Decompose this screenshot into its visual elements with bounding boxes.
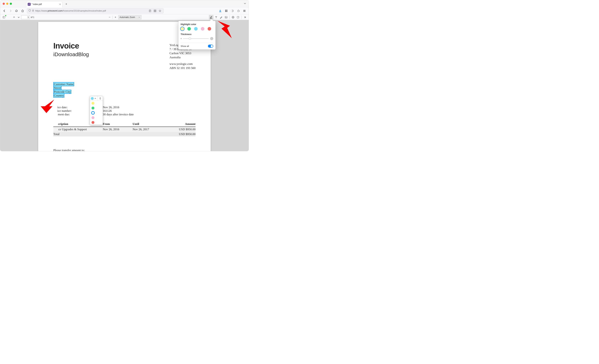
swatch-blue[interactable] xyxy=(194,27,198,31)
maximize-window-button[interactable] xyxy=(10,3,12,5)
lock-icon[interactable] xyxy=(32,9,34,12)
save-button[interactable] xyxy=(236,15,240,19)
pocket-button[interactable] xyxy=(230,8,235,13)
account-button[interactable] xyxy=(224,8,229,13)
prev-page-button[interactable] xyxy=(12,15,16,19)
thickness-max-icon xyxy=(210,37,213,40)
svg-rect-5 xyxy=(155,11,156,12)
extensions-button[interactable] xyxy=(236,8,241,13)
swatch-green[interactable] xyxy=(187,27,191,31)
color-option-red[interactable] xyxy=(90,120,103,125)
new-tab-button[interactable]: + xyxy=(64,2,69,7)
forward-button[interactable] xyxy=(8,8,13,13)
tab-title: * index.pdf xyxy=(32,3,58,6)
browser-window: P * index.pdf × + https://www.princexml.… xyxy=(0,0,249,151)
draw-tool-button[interactable] xyxy=(219,15,223,19)
home-button[interactable] xyxy=(20,8,25,13)
invoice-meta: Invice date:Nov 26, 2016 Invice number:1… xyxy=(53,106,195,116)
browser-right-toolbar xyxy=(218,8,247,13)
color-option-pink[interactable] xyxy=(90,115,103,120)
highlight-customer-name[interactable]: Customer Name xyxy=(53,82,74,86)
titlebar: P * index.pdf × + xyxy=(0,0,249,7)
customer-block-highlighted[interactable]: Customer Name Street Postcode City Count… xyxy=(53,82,195,98)
show-all-label: Show all xyxy=(181,45,189,47)
reload-button[interactable] xyxy=(14,8,19,13)
svg-rect-0 xyxy=(33,10,34,11)
svg-rect-3 xyxy=(155,10,156,11)
svg-rect-4 xyxy=(154,11,155,12)
svg-rect-7 xyxy=(226,10,227,11)
zoom-select[interactable]: Automatic Zoom xyxy=(118,15,141,19)
thickness-min-icon xyxy=(181,38,182,39)
thickness-label: Thickness xyxy=(181,33,213,36)
color-option-yellow[interactable] xyxy=(90,101,103,106)
invoice-line-items: Description From Until Amount Prince Upg… xyxy=(53,122,195,136)
svg-point-13 xyxy=(226,17,226,17)
svg-rect-9 xyxy=(226,11,227,12)
highlight-settings-popup[interactable]: Highlight color Thickness Show all xyxy=(178,21,216,50)
more-tools-button[interactable] xyxy=(243,15,247,19)
text-tool-button[interactable] xyxy=(214,15,219,19)
swatch-red[interactable] xyxy=(208,27,211,31)
browser-tab[interactable]: P * index.pdf × xyxy=(26,1,62,7)
svg-rect-2 xyxy=(154,10,155,11)
highlight-country[interactable]: Country xyxy=(53,93,64,98)
highlight-color-label: Highlight color xyxy=(181,23,213,26)
shield-icon[interactable] xyxy=(28,9,31,12)
svg-rect-8 xyxy=(225,11,226,12)
url-bar[interactable]: https://www.princexml.com/howcome/2016/s… xyxy=(27,8,164,14)
highlight-tool-button[interactable] xyxy=(209,15,213,19)
qr-code-icon[interactable] xyxy=(153,9,157,13)
current-color-dropdown[interactable] xyxy=(90,96,98,101)
url-actions xyxy=(148,9,162,13)
delete-highlight-button[interactable] xyxy=(98,96,103,101)
color-option-green[interactable] xyxy=(90,106,103,110)
page-number-input[interactable] xyxy=(21,15,30,19)
downloads-button[interactable] xyxy=(218,8,223,13)
navigation-toolbar: https://www.princexml.com/howcome/2016/s… xyxy=(0,7,249,14)
tab-close-button[interactable]: × xyxy=(59,3,61,6)
close-window-button[interactable] xyxy=(3,3,5,5)
page-count-label: of 1 xyxy=(31,16,34,18)
thickness-slider[interactable] xyxy=(181,37,213,40)
tabs-dropdown-button[interactable] xyxy=(244,2,246,5)
print-button[interactable] xyxy=(231,15,235,19)
minimize-window-button[interactable] xyxy=(6,3,8,5)
show-all-toggle[interactable] xyxy=(208,44,213,48)
current-color-swatch xyxy=(91,97,94,100)
url-text: https://www.princexml.com/howcome/2016/s… xyxy=(35,9,106,12)
color-option-blue[interactable] xyxy=(90,110,103,115)
highlight-inline-chooser[interactable] xyxy=(90,96,103,125)
highlight-street[interactable]: Street xyxy=(53,86,62,90)
tab-favicon: P xyxy=(28,3,31,6)
reader-mode-icon[interactable] xyxy=(148,9,152,13)
image-tool-button[interactable] xyxy=(224,15,229,19)
swatch-row xyxy=(181,27,213,31)
transfer-instruction: Please transfer amount to: xyxy=(53,149,195,151)
svg-rect-14 xyxy=(232,16,234,17)
zoom-in-button[interactable]: + xyxy=(113,15,118,19)
svg-rect-6 xyxy=(225,10,226,11)
highlight-postcode-city[interactable]: Postcode City xyxy=(53,90,71,94)
pdf-sidebar-toggle[interactable] xyxy=(2,15,6,19)
swatch-pink[interactable] xyxy=(201,27,204,31)
next-page-button[interactable] xyxy=(17,15,21,19)
window-controls xyxy=(3,3,12,5)
app-menu-button[interactable] xyxy=(242,8,247,13)
swatch-yellow[interactable] xyxy=(181,27,184,31)
back-button[interactable] xyxy=(2,8,7,13)
svg-rect-11 xyxy=(3,16,5,18)
zoom-out-button[interactable]: − xyxy=(107,15,112,19)
bookmark-star-icon[interactable] xyxy=(158,9,162,13)
